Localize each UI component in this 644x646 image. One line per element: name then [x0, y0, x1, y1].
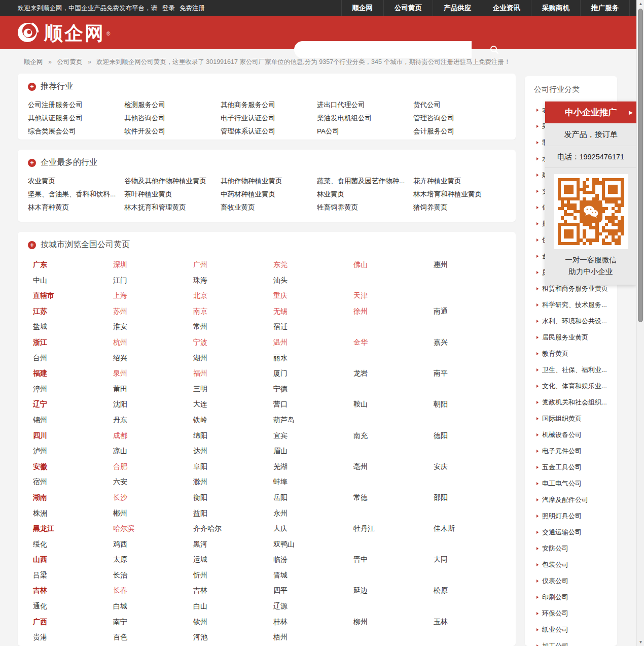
city-link[interactable]: 佛山 — [353, 257, 434, 273]
city-link[interactable]: 绵阳 — [193, 428, 273, 444]
city-link[interactable]: 大连 — [193, 396, 273, 412]
city-link[interactable]: 玉林 — [434, 614, 514, 630]
sidebar-category-item[interactable]: 国际组织黄页 — [525, 411, 617, 427]
sidebar-category-item[interactable]: 汽摩及配件公司 — [525, 492, 617, 508]
city-link[interactable]: 厦门 — [273, 365, 353, 381]
topbar-nav-link[interactable]: 采购商机 — [531, 0, 580, 16]
industry-link[interactable]: 花卉种植业黄页 — [413, 175, 510, 188]
industry-link[interactable]: 管理咨询公司 — [413, 112, 510, 125]
city-link[interactable]: 重庆 — [273, 288, 353, 303]
city-link[interactable]: 南宁 — [113, 614, 193, 630]
city-link[interactable]: 德阳 — [434, 428, 514, 444]
search-input[interactable] — [294, 41, 472, 58]
city-link[interactable]: 鸡西 — [113, 536, 193, 552]
city-link[interactable]: 铁岭 — [193, 412, 273, 428]
city-link[interactable]: 晋中 — [353, 552, 434, 567]
city-link[interactable]: 天津 — [353, 288, 434, 303]
city-link[interactable]: 珠海 — [193, 273, 273, 288]
city-link[interactable]: 桂林 — [273, 614, 353, 630]
industry-link[interactable]: 综合类展会公司 — [28, 125, 124, 138]
city-link[interactable]: 四平 — [273, 583, 353, 598]
city-link[interactable]: 衡阳 — [193, 490, 273, 505]
city-link[interactable]: 双鸭山 — [273, 536, 353, 552]
city-link[interactable]: 沈阳 — [113, 396, 193, 412]
industry-link[interactable]: 其他咨询公司 — [124, 112, 221, 125]
city-link[interactable]: 淮安 — [113, 319, 193, 334]
sidebar-category-item[interactable]: 党政机关和社会组织... — [525, 394, 617, 411]
city-link[interactable]: 亳州 — [353, 459, 434, 474]
city-link[interactable]: 合肥 — [113, 459, 193, 474]
industry-link[interactable]: 坚果、含油果、香料和饮料... — [28, 188, 124, 201]
city-link[interactable]: 晋城 — [273, 567, 353, 583]
industry-link[interactable]: 电子行业认证公司 — [221, 112, 317, 125]
city-link[interactable]: 吕梁 — [33, 567, 113, 583]
city-link[interactable]: 台州 — [33, 350, 113, 366]
city-link[interactable]: 贵港 — [33, 629, 113, 645]
province-link[interactable]: 广西 — [33, 614, 113, 630]
city-link[interactable]: 凉山 — [113, 443, 193, 459]
scrollbar-thumb[interactable] — [638, 9, 643, 322]
province-link[interactable]: 安徽 — [33, 459, 113, 474]
city-link[interactable]: 常德 — [353, 490, 434, 505]
city-link[interactable]: 牡丹江 — [353, 521, 434, 536]
city-link[interactable]: 汕头 — [273, 273, 353, 288]
city-link[interactable]: 朝阳 — [434, 396, 514, 412]
site-logo[interactable]: 顺企网 ® — [17, 20, 110, 47]
city-link[interactable]: 延边 — [353, 583, 434, 598]
city-link[interactable]: 三明 — [193, 381, 273, 397]
sidebar-category-item[interactable]: 纸业公司 — [525, 622, 617, 638]
province-link[interactable]: 辽宁 — [33, 396, 113, 412]
industry-link[interactable]: 谷物及其他作物种植业黄页 — [124, 175, 221, 188]
city-link[interactable]: 芜湖 — [273, 459, 353, 474]
sidebar-category-item[interactable]: 仪表公司 — [525, 573, 617, 589]
industry-link[interactable]: 猪饲养黄页 — [413, 201, 510, 214]
city-link[interactable]: 无锡 — [273, 303, 353, 319]
city-link[interactable]: 湖州 — [193, 350, 273, 366]
city-link[interactable]: 柳州 — [353, 614, 434, 630]
breadcrumb-home-link[interactable]: 顺企网 — [24, 58, 43, 65]
city-link[interactable]: 长沙 — [113, 490, 193, 505]
city-link[interactable]: 南京 — [193, 303, 273, 319]
city-link[interactable]: 黑河 — [193, 536, 273, 552]
industry-link[interactable]: 农业黄页 — [28, 175, 124, 188]
city-link[interactable]: 丽水 — [273, 350, 353, 366]
login-link[interactable]: 登录 — [162, 5, 174, 12]
sidebar-category-item[interactable]: 电工电气公司 — [525, 475, 617, 492]
city-link[interactable]: 忻州 — [193, 567, 273, 583]
city-link[interactable]: 东莞 — [273, 257, 353, 273]
city-link[interactable]: 葫芦岛 — [273, 412, 353, 428]
city-link[interactable]: 大庆 — [273, 521, 353, 536]
province-link[interactable]: 广东 — [33, 257, 113, 273]
city-link[interactable]: 益阳 — [193, 505, 273, 521]
scroll-up-icon[interactable]: ▲ — [637, 2, 644, 6]
province-link[interactable]: 湖南 — [33, 490, 113, 505]
industry-link[interactable]: 货代公司 — [413, 98, 510, 112]
province-link[interactable]: 吉林 — [33, 583, 113, 598]
city-link[interactable]: 南充 — [353, 428, 434, 444]
city-link[interactable]: 泉州 — [113, 365, 193, 381]
city-link[interactable]: 宿迁 — [273, 319, 353, 334]
city-link[interactable]: 达州 — [193, 443, 273, 459]
industry-link[interactable]: 柴油发电机组公司 — [317, 112, 413, 125]
city-link[interactable]: 惠州 — [434, 257, 514, 273]
sidebar-category-item[interactable]: 交通运输公司 — [525, 524, 617, 540]
city-link[interactable]: 滁州 — [193, 474, 273, 490]
city-link[interactable]: 龙岩 — [353, 365, 434, 381]
city-link[interactable]: 营口 — [273, 396, 353, 412]
industry-link[interactable]: 其他商务服务公司 — [221, 98, 317, 112]
city-link[interactable]: 江门 — [113, 273, 193, 288]
city-link[interactable]: 株洲 — [33, 505, 113, 521]
city-link[interactable]: 北京 — [193, 288, 273, 303]
city-link[interactable]: 金华 — [353, 334, 434, 350]
sidebar-category-item[interactable]: 安防公司 — [525, 540, 617, 557]
city-link[interactable]: 运城 — [193, 552, 273, 567]
province-link[interactable]: 福建 — [33, 365, 113, 381]
industry-link[interactable]: 中药材种植业黄页 — [221, 188, 317, 201]
industry-link[interactable]: 其他作物种植业黄页 — [221, 175, 317, 188]
province-link[interactable]: 浙江 — [33, 334, 113, 350]
topbar-nav-link[interactable]: 产品供应 — [433, 0, 482, 16]
scrollbar-track[interactable]: ▲ ▼ — [636, 0, 644, 646]
industry-link[interactable]: 蔬菜、食用菌及园艺作物种... — [317, 175, 413, 188]
city-link[interactable]: 河池 — [193, 629, 273, 645]
city-link[interactable]: 嘉兴 — [434, 334, 514, 350]
